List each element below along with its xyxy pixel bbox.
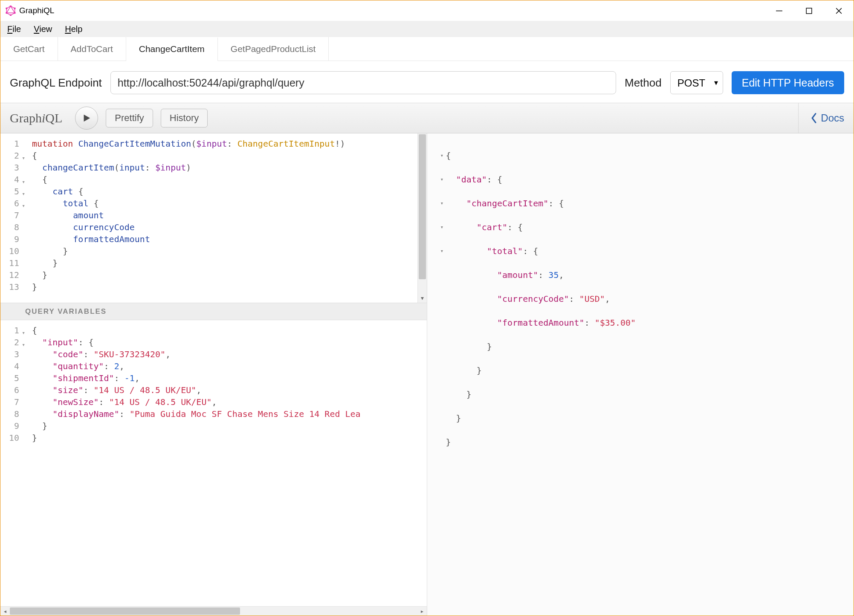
svg-point-3 [14, 8, 15, 9]
window-close-button[interactable] [824, 0, 854, 21]
editor-region: 1 2 3 4 5 6 7 8 9 10 11 12 13 mutation C… [0, 133, 854, 616]
endpoint-input[interactable] [110, 71, 616, 94]
result-fold-gutter [427, 133, 436, 616]
tabs-row: GetCart AddToCart ChangeCartItem GetPage… [0, 37, 854, 61]
endpoint-bar: GraphQL Endpoint Method POST Edit HTTP H… [0, 61, 854, 103]
method-label: Method [625, 76, 662, 90]
tab-addtocart[interactable]: AddToCart [58, 37, 126, 61]
tab-getpagedproductlist[interactable]: GetPagedProductList [218, 37, 329, 61]
svg-point-7 [6, 8, 7, 9]
tab-label: ChangeCartItem [139, 44, 205, 54]
query-variables-header[interactable]: QUERY VARIABLES [0, 303, 427, 320]
tab-label: GetPagedProductList [231, 44, 316, 54]
variables-code[interactable]: { "input": { "code": "SKU-37323420", "qu… [24, 320, 427, 606]
edit-headers-button[interactable]: Edit HTTP Headers [732, 71, 844, 94]
svg-marker-1 [6, 6, 14, 13]
method-select[interactable]: POST [670, 71, 723, 94]
query-editor[interactable]: 1 2 3 4 5 6 7 8 9 10 11 12 13 mutation C… [0, 133, 427, 303]
svg-marker-12 [84, 115, 90, 122]
window-title: GraphiQL [19, 6, 54, 15]
tab-label: GetCart [13, 44, 45, 54]
variables-horizontal-scrollbar[interactable]: ◂ ▸ [0, 606, 427, 616]
graphiql-logo: GraphiQL [10, 111, 62, 125]
result-pane: ▾{ ▾ "data": { ▾ "changeCartItem": { ▾ "… [427, 133, 854, 616]
svg-point-6 [6, 12, 7, 14]
menu-file[interactable]: File [5, 23, 27, 36]
result-body[interactable]: ▾{ ▾ "data": { ▾ "changeCartItem": { ▾ "… [436, 133, 854, 616]
menubar: File View Help [0, 21, 854, 37]
run-button[interactable] [75, 107, 98, 130]
query-gutter: 1 2 3 4 5 6 7 8 9 10 11 12 13 [0, 133, 24, 303]
tab-getcart[interactable]: GetCart [0, 37, 58, 61]
endpoint-label: GraphQL Endpoint [10, 76, 102, 90]
menu-view[interactable]: View [31, 23, 58, 36]
docs-label: Docs [821, 112, 844, 124]
svg-point-4 [14, 12, 15, 14]
graphql-icon [6, 6, 16, 16]
variables-editor[interactable]: 1 2 3 4 5 6 7 8 9 10 { "input": { "code"… [0, 320, 427, 616]
docs-toggle[interactable]: Docs [798, 103, 844, 133]
history-button[interactable]: History [161, 109, 208, 127]
svg-rect-9 [806, 8, 812, 14]
query-code[interactable]: mutation ChangeCartItemMutation($input: … [24, 133, 427, 303]
tab-changecartitem[interactable]: ChangeCartItem [126, 38, 218, 61]
query-vertical-scrollbar[interactable]: ▾ [417, 133, 427, 303]
tab-label: AddToCart [71, 44, 113, 54]
graphiql-toolbar: GraphiQL Prettify History Docs [0, 103, 854, 133]
window-minimize-button[interactable] [764, 0, 794, 21]
window-maximize-button[interactable] [794, 0, 824, 21]
variables-gutter: 1 2 3 4 5 6 7 8 9 10 [0, 320, 24, 606]
left-pane: 1 2 3 4 5 6 7 8 9 10 11 12 13 mutation C… [0, 133, 427, 616]
prettify-button[interactable]: Prettify [106, 109, 153, 127]
menu-help[interactable]: Help [62, 23, 88, 36]
window-titlebar: GraphiQL [0, 0, 854, 21]
